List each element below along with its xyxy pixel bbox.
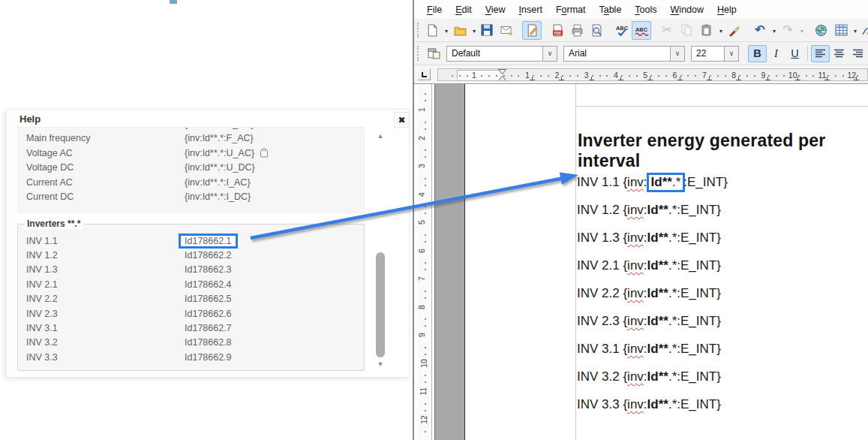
ruler-number: 1 [417, 107, 426, 112]
chevron-down-icon[interactable]: ∨ [542, 47, 557, 61]
toolbar-table[interactable]: ▾ [830, 21, 858, 40]
toolbar-edit-file[interactable] [522, 21, 542, 40]
parameter-value[interactable]: {inv:Id**.*:U_DC} [185, 162, 255, 173]
vertical-ruler[interactable]: 123456789101112 [417, 84, 432, 440]
id-value[interactable]: Id178662.8 [185, 337, 232, 348]
ruler-tick [425, 325, 426, 327]
highlighted-id-value[interactable]: Id178662.1 [179, 234, 238, 249]
ruler-tick [710, 75, 711, 77]
menu-format[interactable]: Format [549, 2, 593, 17]
inverters-fieldset: Inverters **.* INV 1.1Id178662.1INV 1.2I… [17, 224, 365, 371]
document-page[interactable]: Inverter energy generated per interval I… [464, 84, 868, 440]
indent-marker-icon[interactable] [498, 69, 506, 81]
toolbar-grip[interactable] [417, 46, 421, 61]
ruler-tick [425, 234, 426, 236]
toolbar-hyperlink[interactable] [811, 21, 830, 40]
ruler-tick [695, 75, 696, 77]
align-center-button[interactable] [830, 45, 848, 62]
underline-button[interactable]: U [785, 45, 804, 62]
id-value[interactable]: Id178662.4 [185, 279, 232, 290]
toolbar-auto-spellcheck[interactable]: ABC [632, 21, 651, 40]
chevron-down-icon[interactable]: ∨ [724, 47, 738, 61]
globe-icon [815, 24, 827, 37]
inverter-row: INV 1.1Id178662.1 [18, 234, 364, 248]
id-value[interactable]: Id178662.5 [185, 294, 232, 304]
document-line[interactable]: INV 3.2 {inv:Id**.*:E_INT} [577, 369, 721, 384]
document-line[interactable]: INV 2.1 {inv:Id**.*:E_INT} [577, 258, 721, 273]
menu-file[interactable]: File [420, 2, 449, 17]
document-line[interactable]: INV 1.1 {inv:Id**.*:E_INT} [577, 175, 728, 190]
parameter-list[interactable]: Power AC{inv:Id**.*:P_AC}Main frequency{… [17, 127, 365, 213]
horizontal-ruler[interactable]: 1123456789101112 [437, 68, 868, 81]
document-line[interactable]: INV 1.3 {inv:Id**.*:E_INT} [577, 231, 721, 246]
inverters-list[interactable]: INV 1.1Id178662.1INV 1.2Id178662.2INV 1.… [18, 234, 364, 365]
dropdown-arrow-icon: ▾ [854, 28, 857, 35]
scrollbar-thumb[interactable] [376, 252, 385, 357]
id-value[interactable]: Id178662.9 [185, 352, 232, 363]
id-value[interactable]: Id178662.7 [185, 323, 232, 333]
close-icon[interactable]: ✖ [394, 112, 410, 128]
menu-help[interactable]: Help [710, 2, 743, 17]
scroll-up-icon[interactable]: ▲ [376, 132, 385, 140]
font-name-combobox[interactable]: Arial ∨ [563, 46, 685, 62]
menu-insert[interactable]: Insert [512, 2, 549, 17]
tab-stop-selector[interactable] [417, 68, 431, 80]
menu-view[interactable]: View [479, 2, 512, 17]
toolbar-new-document[interactable]: ▾ [422, 21, 449, 40]
help-scrollbar[interactable]: ▲ ▼ [374, 131, 386, 369]
font-size-combobox[interactable]: 22 ∨ [691, 46, 739, 62]
ruler-tick [827, 75, 829, 77]
toolbar-send-email[interactable] [497, 21, 516, 40]
menu-tools[interactable]: Tools [628, 2, 663, 17]
menu-table[interactable]: Table [592, 2, 628, 17]
bold-button[interactable]: B [748, 45, 767, 62]
copy-to-clipboard-icon[interactable] [260, 148, 269, 158]
document-line[interactable]: INV 2.3 {inv:Id**.*:E_INT} [577, 314, 721, 329]
dropdown-arrow-icon: ▾ [800, 28, 803, 35]
toolbar-open[interactable]: ▾ [449, 21, 477, 40]
document-heading[interactable]: Inverter energy generated per interval [578, 131, 868, 171]
toolbar-print[interactable] [567, 21, 587, 40]
parameter-value[interactable]: {inv:Id**.*:U_AC} [185, 148, 269, 158]
ruler-tick [754, 75, 755, 77]
open-folder-icon [454, 24, 467, 37]
align-right-button[interactable] [848, 45, 867, 62]
paragraph-style-combobox[interactable]: Default ∨ [446, 46, 557, 62]
menu-edit[interactable]: Edit [449, 2, 479, 17]
parameter-value[interactable]: {inv:Id**.*:F_AC} [185, 133, 254, 143]
menu-window[interactable]: Window [664, 2, 710, 17]
toolbar-export-pdf[interactable]: PDF [548, 21, 567, 40]
toolbar-paste[interactable]: ▾ [696, 21, 724, 40]
ruler-tick [496, 75, 497, 77]
document-area[interactable]: 123456789101112 Inverter energy generate… [414, 84, 868, 440]
id-value[interactable]: Id178662.2 [185, 250, 232, 261]
toolbar-cut[interactable]: ✂ [657, 21, 677, 40]
toolbar-copy[interactable] [677, 21, 696, 40]
toolbar-grip[interactable] [417, 23, 419, 38]
id-value[interactable]: Id178662.3 [185, 264, 232, 275]
tab-stop-mark [736, 77, 741, 80]
parameter-value[interactable]: {inv:Id**.*:I_AC} [185, 177, 251, 188]
italic-button[interactable]: I [767, 45, 785, 62]
parameter-value[interactable]: {inv:Id**.*:P_AC} [185, 127, 254, 129]
toolbar-clone-formatting[interactable] [724, 21, 743, 40]
toolbar-redo[interactable]: ↷ ▾ [777, 21, 805, 40]
document-line[interactable]: INV 3.3 {inv:Id**.*:E_INT} [577, 397, 721, 412]
toolbar-draw-functions[interactable] [858, 21, 868, 40]
document-line[interactable]: INV 1.2 {inv:Id**.*:E_INT} [577, 203, 721, 218]
scroll-down-icon[interactable]: ▼ [376, 360, 385, 368]
misspelled-word: inv [627, 369, 644, 384]
dropdown-arrow-icon: ▾ [445, 28, 448, 35]
toolbar-page-preview[interactable] [587, 21, 606, 40]
toolbar-spelling[interactable]: ABC [612, 21, 632, 40]
id-value[interactable]: Id178662.6 [185, 309, 232, 319]
toolbar-styles-panel[interactable] [424, 44, 443, 63]
chevron-down-icon[interactable]: ∨ [670, 47, 684, 61]
align-left-button[interactable] [811, 45, 830, 62]
document-line[interactable]: INV 3.1 {inv:Id**.*:E_INT} [577, 342, 721, 357]
parameter-value[interactable]: {inv:Id**.*:I_DC} [185, 191, 251, 202]
document-line[interactable]: INV 2.2 {inv:Id**.*:E_INT} [577, 286, 721, 301]
toolbar-save[interactable] [477, 21, 497, 40]
highlighted-placeholder[interactable]: Id**.* [647, 173, 686, 192]
toolbar-undo[interactable]: ↶ ▾ [749, 21, 777, 40]
